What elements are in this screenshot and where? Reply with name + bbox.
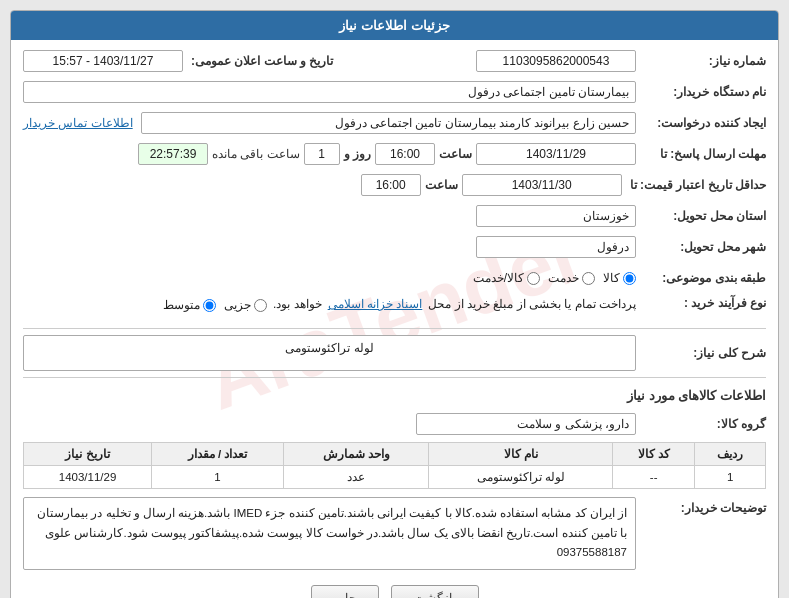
goods-group-label: گروه کالا: — [636, 417, 766, 431]
creator-value: حسین زارع بیرانوند کارمند بیمارستان تامی… — [141, 112, 636, 134]
answer-day-label: روز و — [344, 147, 371, 161]
category-option-kala-khedmat[interactable]: کالا/خدمت — [473, 271, 540, 285]
category-option-kala[interactable]: کالا — [603, 271, 636, 285]
answer-date: 1403/11/29 — [476, 143, 636, 165]
creator-link[interactable]: اطلاعات تماس خریدار — [23, 116, 133, 130]
table-row: 1 -- لوله تراکئوستومی عدد 1 1403/11/29 — [24, 466, 766, 489]
col-unit: واحد شمارش — [283, 443, 429, 466]
answer-time: 16:00 — [375, 143, 435, 165]
col-date: تاریخ نیاز — [24, 443, 152, 466]
buyer-note-label: توضیحات خریدار: — [636, 497, 766, 515]
row-code: -- — [613, 466, 695, 489]
price-time: 16:00 — [361, 174, 421, 196]
goods-section-title: اطلاعات کالاهای مورد نیاز — [23, 384, 766, 407]
need-number-label: شماره نیاز: — [636, 54, 766, 68]
answer-remaining-label: ساعت باقی مانده — [212, 147, 300, 161]
goods-table: ردیف کد کالا نام کالا واحد شمارش تعداد /… — [23, 442, 766, 489]
buyer-org-label: نام دستگاه خریدار: — [636, 85, 766, 99]
goods-group-value: دارو، پزشکی و سلامت — [416, 413, 636, 435]
back-button[interactable]: بازگشت — [391, 585, 479, 598]
buyer-org-value: بیمارستان تامین اجتماعی درفول — [23, 81, 636, 103]
purchase-type-link[interactable]: اسناد خزانه اسلامی — [328, 297, 423, 311]
city-label: شهر محل تحویل: — [636, 240, 766, 254]
answer-time-label: ساعت — [439, 147, 472, 161]
answer-days: 1 — [304, 143, 340, 165]
action-buttons: بازگشت چاپ — [23, 575, 766, 598]
category-label: طبقه بندی موضوعی: — [636, 271, 766, 285]
row-name: لوله تراکئوستومی — [429, 466, 613, 489]
datetime-label: تاریخ و ساعت اعلان عمومی: — [183, 54, 363, 68]
city-value: درفول — [476, 236, 636, 258]
datetime-value: 1403/11/27 - 15:57 — [23, 50, 183, 72]
row-qty: 1 — [152, 466, 284, 489]
need-number-value: 1103095862000543 — [476, 50, 636, 72]
purchase-type-label: نوع فرآیند خرید : — [636, 296, 766, 310]
row-date: 1403/11/29 — [24, 466, 152, 489]
answer-deadline-label: مهلت ارسال پاسخ: تا — [636, 147, 766, 161]
purchase-jozii-label: جزیی — [224, 298, 251, 312]
province-label: استان محل تحویل: — [636, 209, 766, 223]
print-button[interactable]: چاپ — [311, 585, 379, 598]
purchase-type-suffix: خواهد بود. — [273, 297, 322, 311]
price-time-label: ساعت — [425, 178, 458, 192]
row-unit: عدد — [283, 466, 429, 489]
province-value: خوزستان — [476, 205, 636, 227]
price-deadline-label: حداقل تاریخ اعتبار قیمت: تا — [622, 178, 766, 192]
buyer-note-text: از ایران کد مشابه استفاده شده.کالا با کی… — [23, 497, 636, 570]
page-title: جزئیات اطلاعات نیاز — [11, 11, 778, 40]
purchase-radio-motavasset[interactable]: متوسط — [163, 298, 216, 312]
need-description-label: شرح کلی نیاز: — [636, 346, 766, 360]
price-date: 1403/11/30 — [462, 174, 622, 196]
purchase-radio-jozii[interactable]: جزیی — [224, 298, 267, 312]
answer-remaining: 22:57:39 — [138, 143, 208, 165]
col-name: نام کالا — [429, 443, 613, 466]
category-kala-khedmat-label: کالا/خدمت — [473, 271, 524, 285]
category-kala-label: کالا — [603, 271, 620, 285]
need-description-value: لوله تراکئوستومی — [23, 335, 636, 371]
creator-label: ایجاد کننده درخواست: — [636, 116, 766, 130]
col-row: ردیف — [695, 443, 766, 466]
purchase-motavasset-label: متوسط — [163, 298, 200, 312]
category-option-khedmat[interactable]: خدمت — [548, 271, 595, 285]
category-khedmat-label: خدمت — [548, 271, 579, 285]
row-number: 1 — [695, 466, 766, 489]
purchase-type-note: پرداخت تمام یا بخشی از مبلغ خرید از محل — [428, 297, 636, 311]
col-qty: تعداد / مقدار — [152, 443, 284, 466]
col-code: کد کالا — [613, 443, 695, 466]
